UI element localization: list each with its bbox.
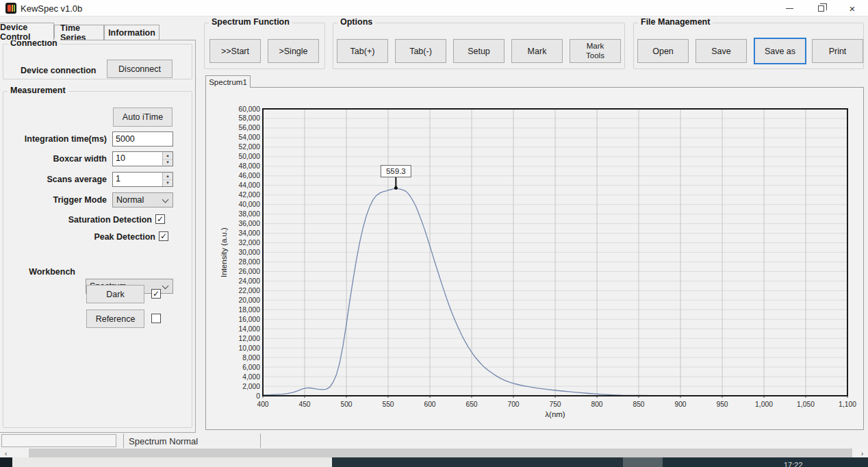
svg-text:559.3: 559.3 <box>386 167 406 175</box>
auto-itime-button[interactable]: Auto iTime <box>113 108 173 127</box>
file-management-legend: File Management <box>638 17 713 27</box>
tab-plus-button[interactable]: Tab(+) <box>337 39 388 63</box>
boxcar-width-stepper[interactable]: 10 ▲ ▼ <box>112 151 173 166</box>
single-button[interactable]: >Single <box>268 39 319 63</box>
scans-average-label: Scans average <box>7 175 107 184</box>
trigger-mode-select[interactable]: Normal <box>112 192 173 207</box>
svg-text:16,000: 16,000 <box>239 316 261 323</box>
taskbar-app-button[interactable] <box>623 457 663 467</box>
status-divider <box>260 433 261 448</box>
svg-text:6,000: 6,000 <box>242 364 260 371</box>
minimize-button[interactable] <box>774 0 805 16</box>
svg-text:1,050: 1,050 <box>797 401 815 408</box>
scans-average-value: 1 <box>116 174 120 184</box>
tab-spectrum1[interactable]: Spectrum1 <box>205 75 251 88</box>
svg-text:500: 500 <box>340 401 352 408</box>
reference-checkbox[interactable] <box>151 314 161 323</box>
svg-text:24,000: 24,000 <box>239 277 261 285</box>
saturation-detection-checkbox[interactable]: ✓ <box>155 214 165 224</box>
svg-text:50,000: 50,000 <box>239 153 261 160</box>
svg-text:46,000: 46,000 <box>239 172 261 179</box>
svg-text:36,000: 36,000 <box>239 220 261 227</box>
svg-text:8,000: 8,000 <box>242 354 260 362</box>
integration-time-input[interactable]: 5000 <box>112 131 173 147</box>
window-title: KewSpec v1.0b <box>21 3 82 14</box>
tab-minus-button[interactable]: Tab(-) <box>395 39 446 63</box>
status-progress-box <box>1 434 116 447</box>
close-icon: × <box>850 3 856 14</box>
taskbar-segment <box>332 457 623 467</box>
app-icon <box>5 3 16 14</box>
integration-time-value: 5000 <box>116 134 135 144</box>
chevron-down-icon <box>162 283 169 290</box>
svg-text:λ(nm): λ(nm) <box>545 410 565 418</box>
svg-text:52,000: 52,000 <box>239 143 261 151</box>
open-button[interactable]: Open <box>637 39 689 63</box>
scrollbar-thumb[interactable] <box>29 449 852 457</box>
disconnect-button[interactable]: Disconnect <box>107 60 173 78</box>
svg-text:42,000: 42,000 <box>239 191 261 199</box>
svg-text:4,000: 4,000 <box>242 373 260 381</box>
svg-text:750: 750 <box>549 401 561 408</box>
restore-button[interactable] <box>805 0 837 16</box>
tab-time-series[interactable]: Time Series <box>54 25 104 40</box>
svg-text:54,000: 54,000 <box>239 134 261 141</box>
trigger-mode-value: Normal <box>116 195 144 205</box>
scans-down-icon[interactable]: ▼ <box>163 180 173 187</box>
boxcar-down-icon[interactable]: ▼ <box>163 160 173 166</box>
spectrum-function-legend: Spectrum Function <box>209 17 292 27</box>
svg-text:950: 950 <box>716 401 728 408</box>
mark-button[interactable]: Mark <box>511 39 563 63</box>
print-button[interactable]: Print <box>812 39 863 63</box>
reference-button[interactable]: Reference <box>86 310 144 328</box>
svg-text:850: 850 <box>633 401 644 408</box>
dark-checkbox[interactable]: ✓ <box>151 289 161 299</box>
svg-text:1,100: 1,100 <box>839 401 856 408</box>
svg-text:650: 650 <box>465 401 477 408</box>
svg-text:22,000: 22,000 <box>239 287 261 294</box>
boxcar-up-icon[interactable]: ▲ <box>163 152 173 160</box>
options-legend: Options <box>337 17 375 27</box>
svg-text:40,000: 40,000 <box>239 201 261 208</box>
application-window: KewSpec v1.0b × Device Control Time Seri… <box>0 0 868 467</box>
close-button[interactable]: × <box>837 0 868 16</box>
tab-device-control[interactable]: Device Control <box>0 23 54 40</box>
tab-information[interactable]: Information <box>104 25 159 40</box>
scroll-left-icon[interactable]: ‹ <box>0 449 12 457</box>
svg-text:550: 550 <box>382 401 394 408</box>
tab-spectrum1-label: Spectrum1 <box>209 78 247 86</box>
scroll-right-icon[interactable]: › <box>856 449 868 457</box>
spectrum-chart[interactable]: 02,0004,0006,0008,00010,00012,00014,0001… <box>206 88 863 429</box>
scans-average-stepper[interactable]: 1 ▲ ▼ <box>112 172 173 187</box>
save-button[interactable]: Save <box>695 39 747 63</box>
svg-text:44,000: 44,000 <box>239 181 261 189</box>
svg-text:38,000: 38,000 <box>239 210 261 218</box>
save-as-button[interactable]: Save as <box>754 38 806 64</box>
start-button[interactable]: >>Start <box>209 39 261 63</box>
minimize-icon <box>786 8 793 9</box>
svg-text:600: 600 <box>424 401 435 408</box>
svg-text:2,000: 2,000 <box>242 383 260 390</box>
svg-text:48,000: 48,000 <box>239 162 261 170</box>
horizontal-scrollbar[interactable]: ‹ › <box>0 449 868 457</box>
integration-time-label: Integration time(ms) <box>7 134 107 144</box>
title-bar: KewSpec v1.0b × <box>0 0 868 16</box>
scans-up-icon[interactable]: ▲ <box>163 173 173 180</box>
dark-button[interactable]: Dark <box>86 285 144 303</box>
setup-button[interactable]: Setup <box>453 39 505 63</box>
svg-text:1,000: 1,000 <box>755 401 773 408</box>
peak-detection-label: Peak Detection <box>7 232 155 242</box>
trigger-mode-label: Trigger Mode <box>7 195 107 205</box>
svg-text:14,000: 14,000 <box>239 325 261 333</box>
windows-taskbar[interactable]: 17:22 <box>0 457 868 467</box>
svg-text:900: 900 <box>674 401 686 408</box>
svg-text:Intensity (a.u.): Intensity (a.u.) <box>220 227 228 277</box>
svg-text:20,000: 20,000 <box>239 296 261 304</box>
device-connection-label: Device connection <box>21 66 90 75</box>
svg-text:400: 400 <box>257 401 268 408</box>
mark-tools-button[interactable]: Mark Tools <box>570 39 621 63</box>
status-message: Spectrum Normal <box>129 436 198 446</box>
taskbar-active-app[interactable] <box>12 457 332 467</box>
boxcar-width-label: Boxcar width <box>7 154 107 164</box>
peak-detection-checkbox[interactable]: ✓ <box>159 231 168 241</box>
